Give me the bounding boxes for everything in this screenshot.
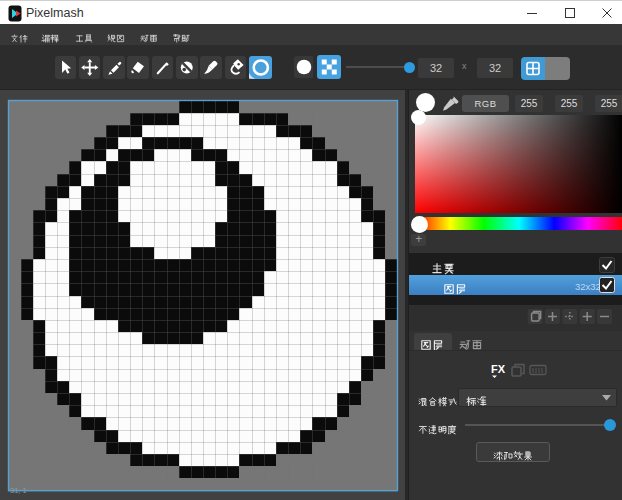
svg-text:31, 1: 31, 1 [10,486,27,495]
svg-text:FX: FX [491,363,506,375]
